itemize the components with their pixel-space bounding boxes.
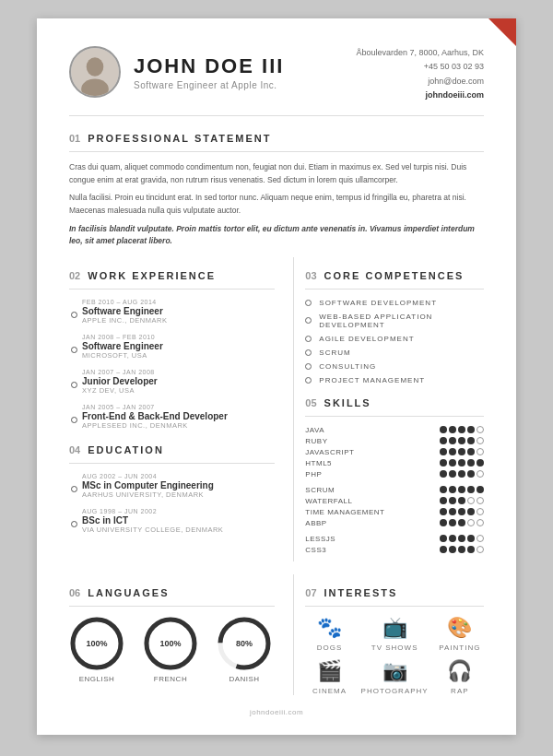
lang-circle: 80%: [217, 616, 272, 671]
interest-item: 🎬 CINEMA: [305, 659, 353, 695]
section-title-skills: SKILLS: [324, 397, 371, 408]
skills-group: SCRUM WATERFALL TIME MANAGEMENT ABBP: [305, 486, 484, 527]
skill-name: RUBY: [305, 437, 388, 445]
section-num-03: 03: [305, 270, 316, 281]
skill-item: CSS3: [305, 546, 484, 554]
interests-grid: 🐾 DOGS 📺 TV SHOWS 🎨 PAINTING 🎬 CINEMA 📷 …: [305, 616, 484, 695]
edu-title: MSc in Computer Engineering: [82, 480, 275, 490]
dot-filled: [477, 486, 484, 493]
dot-filled: [477, 459, 484, 467]
language-item: 100% ENGLISH: [69, 616, 124, 683]
header-left: JOHN DOE III Software Engineer at Apple …: [69, 46, 284, 98]
skill-item: ABBP: [305, 519, 484, 527]
interests-col: 07 INTERESTS 🐾 DOGS 📺 TV SHOWS 🎨 PAINTIN…: [293, 574, 484, 695]
skill-dots: [440, 448, 484, 455]
dot-filled: [440, 535, 447, 542]
skill-item: TIME MANAGEMENT: [305, 508, 484, 516]
section-title-languages: LANGUAGES: [88, 587, 169, 598]
skill-item: PHP: [305, 470, 484, 478]
competence-item: SOFTWARE DEVELOPMENT: [305, 299, 484, 307]
corner-decoration: [488, 18, 516, 46]
exp-title: Junior Developer: [82, 376, 275, 386]
edu-circle-icon: [71, 521, 77, 527]
professional-para2: Nulla facilisi. Proin eu tincidunt erat.…: [69, 192, 484, 217]
comp-circle-icon: [305, 377, 312, 384]
section-num-06: 06: [69, 587, 80, 598]
interest-item: 🎨 PAINTING: [436, 616, 484, 652]
dot-filled: [449, 459, 456, 467]
comp-label: SCRUM: [319, 348, 350, 357]
competence-item: CONSULTING: [305, 362, 484, 371]
section-title-core: CORE COMPETENCES: [324, 270, 465, 281]
dot-empty: [477, 426, 484, 433]
divider-core: [305, 289, 484, 289]
core-header: 03 CORE COMPETENCES: [305, 270, 484, 281]
section-title-professional: PROFESSIONAL STATEMENT: [88, 133, 271, 144]
dot-filled: [449, 470, 456, 478]
edu-circle-icon: [71, 486, 77, 492]
address: Åboulevarden 7, 8000, Aarhus, DK: [356, 46, 484, 60]
dot-filled: [467, 486, 475, 493]
comp-circle-icon: [305, 300, 312, 306]
education-items-list: AUG 2002 – JUN 2004 MSc in Computer Engi…: [69, 473, 275, 534]
exp-circle-icon: [71, 417, 77, 423]
full-name: JOHN DOE III: [134, 54, 284, 78]
dot-filled: [467, 535, 475, 542]
skill-name: TIME MANAGEMENT: [305, 508, 388, 516]
dot-filled: [449, 535, 456, 542]
dot-empty: [467, 519, 475, 526]
languages-col: 06 LANGUAGES 100% ENGLISH 100% FRENCH: [69, 574, 275, 695]
dot-filled: [458, 546, 465, 553]
interest-icon: 🎧: [447, 659, 472, 683]
dot-filled: [440, 437, 447, 444]
exp-circle-icon: [71, 382, 77, 388]
dot-filled: [458, 508, 465, 515]
dot-filled: [467, 426, 475, 433]
skills-group: LESSJS CSS3: [305, 535, 484, 554]
dot-filled: [458, 459, 465, 467]
dot-filled: [458, 497, 465, 504]
skill-name: JAVASCRIPT: [305, 448, 388, 456]
dot-empty: [467, 497, 475, 504]
exp-company: APPLESEED INC., DENMARK: [82, 421, 275, 430]
section-title-work: WORK EXPERIENCE: [88, 270, 216, 281]
dot-filled: [467, 437, 475, 444]
education-header: 04 EDUCATION: [69, 444, 275, 455]
resume-page: JOHN DOE III Software Engineer at Apple …: [37, 18, 516, 735]
comp-label: WEB-BASED APPLICATION DEVELOPMENT: [319, 313, 484, 329]
skill-dots: [440, 508, 484, 515]
lang-name: FRENCH: [154, 675, 187, 683]
skill-name: WATERFALL: [305, 497, 388, 505]
interest-label: PHOTOGRAPHY: [361, 687, 429, 695]
interests-header: 07 INTERESTS: [305, 587, 484, 598]
competence-item: PROJECT MANAGEMENT: [305, 376, 484, 384]
interest-icon: 🎬: [317, 659, 342, 683]
divider-skills: [305, 416, 484, 417]
divider-education: [69, 463, 275, 464]
dot-empty: [477, 535, 484, 542]
avatar: [69, 46, 121, 98]
interest-item: 🎧 RAP: [436, 659, 484, 695]
email: john@doe.com: [356, 75, 484, 89]
lang-name: ENGLISH: [79, 675, 115, 683]
svg-point-1: [87, 57, 104, 76]
skill-item: JAVASCRIPT: [305, 448, 484, 456]
skill-name: HTML5: [305, 459, 388, 467]
lang-percent: 100%: [86, 639, 107, 648]
exp-date: JAN 2005 – JAN 2007: [82, 404, 275, 410]
core-items-list: SOFTWARE DEVELOPMENT WEB-BASED APPLICATI…: [305, 299, 484, 384]
skill-item: RUBY: [305, 437, 484, 445]
exp-circle-icon: [71, 312, 77, 318]
skill-dots: [440, 459, 484, 467]
work-item: JAN 2008 – FEB 2010 Software Engineer MI…: [69, 334, 275, 360]
divider-languages: [69, 606, 275, 607]
competence-item: AGILE DEVELOPMENT: [305, 335, 484, 343]
dot-filled: [440, 448, 447, 455]
two-col-layout: 02 WORK EXPERIENCE FEB 2010 – AUG 2014 S…: [69, 257, 484, 561]
interest-item: 📺 TV SHOWS: [361, 616, 429, 652]
dot-filled: [458, 519, 465, 526]
skills-header: 05 SKILLS: [305, 397, 484, 408]
skill-name: CSS3: [305, 546, 388, 554]
exp-circle-icon: [71, 347, 77, 353]
skill-item: WATERFALL: [305, 497, 484, 505]
